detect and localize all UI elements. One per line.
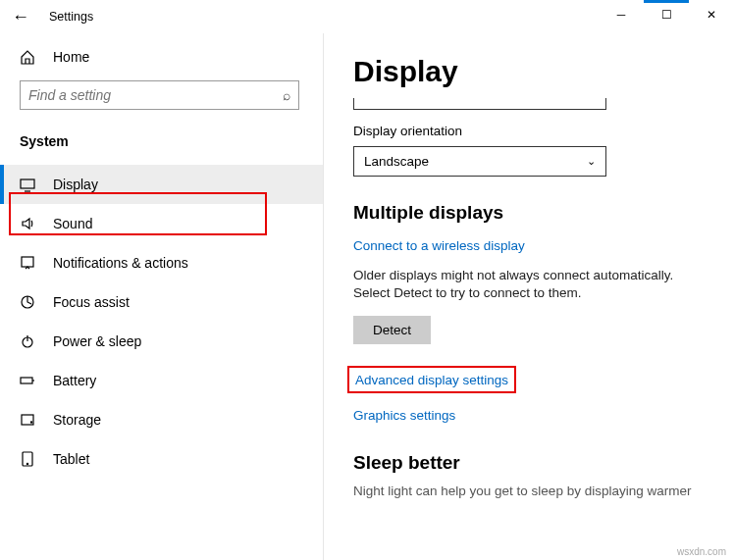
svg-rect-0 (21, 179, 34, 188)
sidebar-item-label: Focus assist (53, 294, 130, 310)
tablet-icon (20, 451, 35, 467)
sidebar-item-battery[interactable]: Battery (0, 361, 323, 400)
home-nav[interactable]: Home (0, 39, 323, 75)
sidebar-item-label: Battery (53, 373, 96, 388)
window-title: Settings (49, 10, 93, 24)
home-label: Home (53, 49, 89, 65)
sidebar-item-label: Notifications & actions (53, 255, 188, 271)
sidebar: Home ⌕ System Display Sound Notification… (0, 33, 324, 560)
page-title: Display (353, 55, 705, 88)
minimize-button[interactable]: ─ (599, 0, 644, 29)
sidebar-item-sound[interactable]: Sound (0, 204, 323, 243)
prev-control-cutoff (353, 98, 606, 110)
sidebar-item-storage[interactable]: Storage (0, 400, 323, 439)
sleep-description: Night light can help you get to sleep by… (353, 484, 705, 498)
sidebar-item-label: Power & sleep (53, 333, 141, 349)
chevron-down-icon: ⌄ (587, 155, 596, 168)
detect-button[interactable]: Detect (353, 316, 431, 344)
svg-point-5 (30, 422, 31, 423)
battery-icon (20, 373, 35, 388)
orientation-dropdown[interactable]: Landscape ⌄ (353, 146, 606, 177)
sidebar-item-display[interactable]: Display (0, 165, 323, 204)
sleep-better-heading: Sleep better (353, 452, 705, 474)
sound-icon (20, 216, 35, 231)
sidebar-item-label: Display (53, 177, 98, 192)
search-field[interactable] (28, 87, 264, 103)
notifications-icon (20, 255, 35, 271)
sidebar-item-tablet[interactable]: Tablet (0, 439, 323, 479)
svg-rect-3 (21, 378, 32, 383)
sidebar-item-label: Storage (53, 412, 101, 428)
orientation-value: Landscape (364, 154, 429, 169)
sidebar-item-label: Tablet (53, 451, 89, 467)
main-content: Display Display orientation Landscape ⌄ … (324, 33, 734, 560)
focus-icon (20, 294, 35, 310)
display-icon (20, 177, 35, 192)
svg-point-7 (26, 463, 27, 464)
storage-icon (20, 412, 35, 428)
power-icon (20, 333, 35, 349)
close-button[interactable]: ✕ (689, 0, 734, 29)
advanced-display-link[interactable]: Advanced display settings (355, 373, 508, 387)
search-input[interactable]: ⌕ (20, 80, 299, 110)
sidebar-item-power-sleep[interactable]: Power & sleep (0, 322, 323, 361)
sidebar-item-notifications[interactable]: Notifications & actions (0, 243, 323, 282)
svg-rect-1 (22, 257, 33, 267)
category-heading: System (0, 124, 323, 165)
sidebar-item-label: Sound (53, 216, 92, 231)
older-displays-text: Older displays might not always connect … (353, 267, 705, 302)
home-icon (20, 49, 35, 65)
back-button[interactable]: ← (12, 7, 31, 27)
sidebar-item-focus-assist[interactable]: Focus assist (0, 282, 323, 322)
multiple-displays-heading: Multiple displays (353, 202, 705, 224)
search-icon: ⌕ (283, 87, 290, 103)
watermark: wsxdn.com (677, 546, 726, 557)
graphics-settings-link[interactable]: Graphics settings (353, 408, 455, 423)
orientation-label: Display orientation (353, 124, 705, 138)
maximize-button[interactable]: ☐ (644, 0, 689, 29)
wireless-display-link[interactable]: Connect to a wireless display (353, 238, 525, 253)
